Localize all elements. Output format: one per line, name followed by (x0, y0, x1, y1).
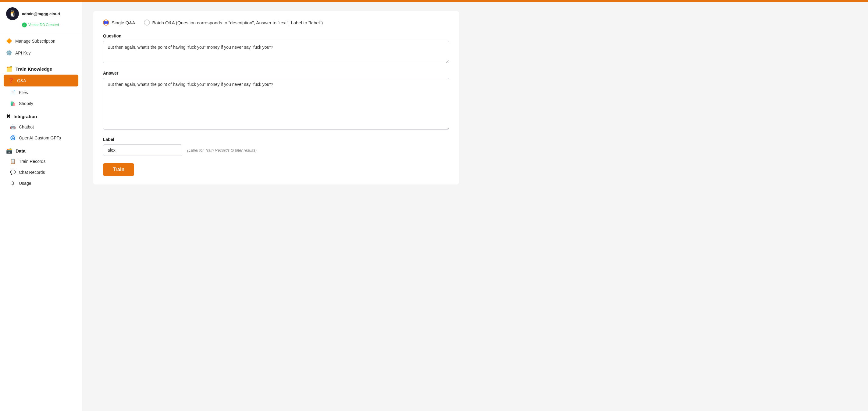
radio-batch-qa[interactable]: Batch Q&A (Question corresponds to "desc… (144, 20, 323, 26)
vector-db-status: Vector DB Created (28, 23, 59, 27)
radio-group: Single Q&A Batch Q&A (Question correspon… (103, 20, 449, 26)
question-label: Question (103, 33, 449, 38)
sidebar-item-chat-records[interactable]: 💬 Chat Records (0, 167, 82, 178)
section-data: 🗃️ Data (0, 143, 82, 156)
vector-db-check-icon: ✓ (22, 23, 27, 27)
answer-input[interactable] (103, 78, 449, 130)
section-integration: ✖ Integration (0, 109, 82, 122)
sidebar-item-files[interactable]: 📄 Files (0, 87, 82, 98)
qna-icon: ❓ (8, 78, 14, 83)
data-icon: 🗃️ (6, 148, 12, 154)
integration-icon: ✖ (6, 113, 10, 119)
train-records-icon: 📋 (10, 159, 16, 164)
sidebar-item-usage[interactable]: ₿ Usage (0, 178, 82, 189)
radio-circle-batch (144, 20, 150, 26)
radio-circle-single (103, 20, 109, 26)
sidebar-item-shopify[interactable]: 🛍️ Shopify (0, 98, 82, 109)
sidebar: 🐧 admin@mggg.cloud ✓ Vector DB Created 🔶… (0, 2, 82, 411)
train-knowledge-icon: 🗂️ (6, 66, 12, 72)
avatar: 🐧 (6, 7, 19, 20)
label-row: (Label for Train Records to filter resul… (103, 144, 449, 156)
form-container: Single Q&A Batch Q&A (Question correspon… (93, 11, 459, 184)
answer-label: Answer (103, 71, 449, 75)
chat-records-icon: 💬 (10, 170, 16, 175)
sidebar-item-qna[interactable]: ❓ Q&A (4, 75, 78, 87)
sidebar-item-api-key[interactable]: ⚙️ API Key (0, 47, 82, 59)
sidebar-item-chatbot[interactable]: 🤖 Chatbot (0, 122, 82, 132)
train-button[interactable]: Train (103, 163, 134, 176)
question-input[interactable] (103, 41, 449, 63)
openai-icon: 🌀 (10, 135, 16, 141)
sidebar-item-train-records[interactable]: 📋 Train Records (0, 156, 82, 167)
chatbot-icon: 🤖 (10, 124, 16, 130)
label-hint: (Label for Train Records to filter resul… (187, 148, 257, 152)
sidebar-item-openai-custom-gpts[interactable]: 🌀 OpenAI Custom GPTs (0, 132, 82, 143)
api-key-icon: ⚙️ (6, 50, 12, 56)
main-content: Single Q&A Batch Q&A (Question correspon… (82, 2, 868, 411)
label-input[interactable] (103, 144, 182, 156)
shopify-icon: 🛍️ (10, 101, 16, 106)
section-train-knowledge: 🗂️ Train Knowledge (0, 62, 82, 74)
user-email: admin@mggg.cloud (22, 11, 60, 16)
radio-single-qa[interactable]: Single Q&A (103, 20, 135, 26)
manage-subscription-icon: 🔶 (6, 38, 12, 44)
sidebar-nav: 🔶 Manage Subscription ⚙️ API Key 🗂️ Trai… (0, 32, 82, 192)
sidebar-item-manage-subscription[interactable]: 🔶 Manage Subscription (0, 35, 82, 47)
user-section: 🐧 admin@mggg.cloud ✓ Vector DB Created (0, 2, 82, 32)
label-label: Label (103, 137, 449, 142)
files-icon: 📄 (10, 90, 16, 95)
usage-icon: ₿ (10, 180, 16, 186)
